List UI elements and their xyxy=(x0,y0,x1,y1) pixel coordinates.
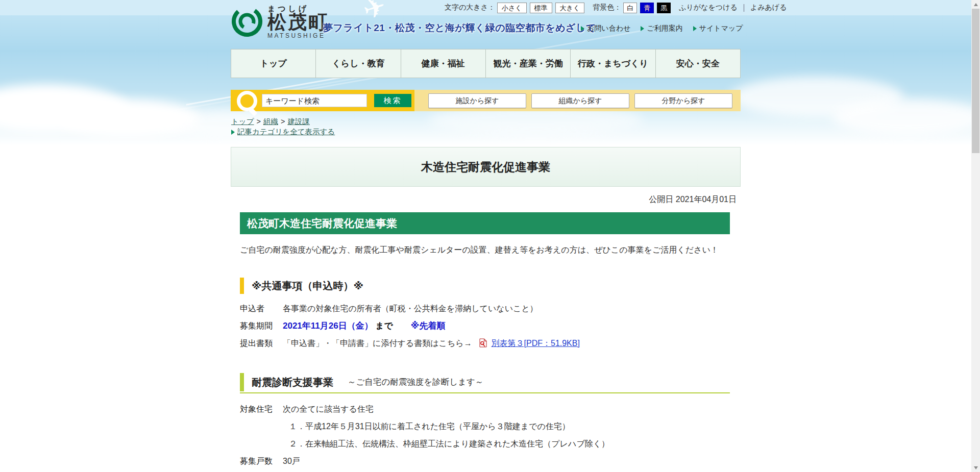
row-applicant: 申込者 各事業の対象住宅の所有者（町税・公共料金を滞納していないこと） xyxy=(240,304,730,313)
search-band-left: 検索 xyxy=(231,90,414,111)
section-heading-diagnosis-label: 耐震診断支援事業 xyxy=(252,376,333,389)
readaloud-link[interactable]: よみあげる xyxy=(750,3,787,12)
bg-white-button[interactable]: 白 xyxy=(623,3,637,13)
row-value: 2021年11月26日（金） まで ※先着順 xyxy=(283,321,730,331)
font-size-normal-button[interactable]: 標準 xyxy=(530,3,552,13)
town-tagline: 夢フライト21・松茂・空と海が輝く緑の臨空都市をめざして xyxy=(323,21,596,35)
row-label xyxy=(240,421,283,431)
scroll-up-button[interactable] xyxy=(971,0,980,9)
nav-item-top[interactable]: トップ xyxy=(231,49,315,78)
row-documents: 提出書類 「申込書」・「申請書」に添付する書類はこちら→ 別表第３[PDF：51… xyxy=(240,338,730,350)
triangle-down-icon xyxy=(974,466,978,469)
row-value: １．平成12年５月31日以前に着工された住宅（平屋から３階建までの住宅） xyxy=(283,421,730,431)
first-come-note: ※先着順 xyxy=(411,321,446,331)
scroll-down-button[interactable] xyxy=(971,463,980,472)
sitemap-link[interactable]: サイトマップ xyxy=(693,24,743,33)
global-nav: トップ くらし・教育 健康・福祉 観光・産業・労働 行政・まちづくり 安心・安全 xyxy=(231,49,741,78)
scrollbar-thumb[interactable] xyxy=(972,9,979,153)
guide-link-label: ご利用案内 xyxy=(647,24,682,33)
article: 木造住宅耐震化促進事業 公開日 2021年04月01日 松茂町木造住宅耐震化促進… xyxy=(231,147,741,472)
breadcrumb-link-top[interactable]: トップ xyxy=(231,117,254,126)
keyword-search-input[interactable] xyxy=(262,94,367,107)
logo-name: 松茂町 xyxy=(267,13,329,32)
section-heading-common-label: ※共通事項（申込時）※ xyxy=(252,279,363,293)
guide-link[interactable]: ご利用案内 xyxy=(641,24,682,33)
nav-item-anshin[interactable]: 安心・安全 xyxy=(655,49,740,78)
row-label: 対象住宅 xyxy=(240,404,283,414)
search-icon xyxy=(237,91,257,111)
breadcrumb-link-kensetsuka[interactable]: 建設課 xyxy=(287,117,310,126)
row-label: 募集戸数 xyxy=(240,456,283,466)
pdf-attachment-link[interactable]: 別表第３[PDF：51.9KB] xyxy=(492,339,580,347)
category-toggle-link[interactable]: 記事カテゴリを全て表示する xyxy=(237,127,335,137)
page-title: 木造住宅耐震化促進事業 xyxy=(421,159,550,175)
nav-item-kurashi[interactable]: くらし・教育 xyxy=(315,49,400,78)
intro-text: ご自宅の耐震強度が心配な方、耐震化工事や耐震シェルターの設置、建替え等をお考えの… xyxy=(240,245,730,255)
breadcrumb-link-soshiki[interactable]: 組織 xyxy=(263,117,278,126)
logo-romaji: MATSUSHIGE xyxy=(267,32,329,39)
row-units: 募集戸数 30戸 xyxy=(240,456,730,466)
heading-bar-icon xyxy=(240,373,244,391)
row-value: ２．在来軸組工法、伝統構法、枠組壁工法により建築された木造住宅（プレハブ除く） xyxy=(283,439,730,449)
row-label: 申込者 xyxy=(240,304,283,313)
search-band: 検索 施設から探す 組織から探す 分野から探す xyxy=(231,90,741,111)
section-heading-common: ※共通事項（申込時）※ xyxy=(240,278,730,294)
arrow-right-icon xyxy=(581,26,584,31)
row-value: 30戸 xyxy=(283,456,730,466)
documents-text: 「申込書」・「申請書」に添付する書類はこちら→ xyxy=(283,339,472,347)
font-size-large-button[interactable]: 大きく xyxy=(555,3,585,13)
row-target-house: 対象住宅 次の全てに該当する住宅 xyxy=(240,404,730,414)
article-banner: 松茂町木造住宅耐震化促進事業 xyxy=(240,212,730,234)
furigana-link[interactable]: ふりがなをつける xyxy=(679,3,738,12)
row-value: 次の全てに該当する住宅 xyxy=(283,404,730,414)
row-condition-2: ２．在来軸組工法、伝統構法、枠組壁工法により建築された木造住宅（プレハブ除く） xyxy=(240,439,730,449)
font-size-label: 文字の大きさ： xyxy=(445,3,495,12)
logo-text: まつしげ 松茂町 MATSUSHIGE xyxy=(267,4,329,39)
triangle-up-icon xyxy=(974,3,978,6)
row-label: 提出書類 xyxy=(240,338,283,350)
deadline-date: 2021年11月26日（金） xyxy=(283,321,373,331)
published-value: 2021年04月01日 xyxy=(676,195,737,204)
town-logo[interactable]: まつしげ 松茂町 MATSUSHIGE xyxy=(231,4,329,39)
published-label: 公開日 xyxy=(649,195,673,204)
row-period: 募集期間 2021年11月26日（金） まで ※先着順 xyxy=(240,321,730,331)
row-value: 「申込書」・「申請書」に添付する書類はこちら→ 別表第３[PDF：51.9KB] xyxy=(283,338,730,350)
breadcrumb-separator: > xyxy=(257,117,261,126)
accessibility-bar: 文字の大きさ： 小さく 標準 大きく 背景色： 白 青 黒 ふりがなをつける よ… xyxy=(445,0,787,15)
header-quick-links: お問い合わせ ご利用案内 サイトマップ xyxy=(581,24,753,33)
category-toggle: 記事カテゴリを全て表示する xyxy=(231,127,335,137)
row-label xyxy=(240,439,283,449)
contact-link-label: お問い合わせ xyxy=(587,24,630,33)
pdf-icon xyxy=(479,338,487,350)
font-size-small-button[interactable]: 小さく xyxy=(497,3,527,13)
section-diagnosis-rows: 対象住宅 次の全てに該当する住宅 １．平成12年５月31日以前に着工された住宅（… xyxy=(240,404,730,472)
page-title-box: 木造住宅耐震化促進事業 xyxy=(231,147,741,187)
deadline-suffix: まで xyxy=(375,321,393,331)
cloud xyxy=(832,100,980,135)
town-emblem-icon xyxy=(231,4,263,38)
row-value: 各事業の対象住宅の所有者（町税・公共料金を滞納していないこと） xyxy=(283,304,730,313)
section-common-rows: 申込者 各事業の対象住宅の所有者（町税・公共料金を滞納していないこと） 募集期間… xyxy=(240,304,730,350)
row-label: 募集期間 xyxy=(240,321,283,331)
bg-blue-button[interactable]: 青 xyxy=(640,3,654,13)
published-date: 公開日 2021年04月01日 xyxy=(231,194,737,204)
nav-item-gyosei[interactable]: 行政・まちづくり xyxy=(570,49,655,78)
arrow-right-icon xyxy=(641,26,644,31)
bg-black-button[interactable]: 黒 xyxy=(657,3,671,13)
nav-item-kanko[interactable]: 観光・産業・労働 xyxy=(485,49,570,78)
heading-bar-icon xyxy=(240,278,244,294)
finder-organization-button[interactable]: 組織から探す xyxy=(531,93,629,108)
finder-facility-button[interactable]: 施設から探す xyxy=(428,93,526,108)
finder-category-button[interactable]: 分野から探す xyxy=(634,93,732,108)
search-button[interactable]: 検索 xyxy=(374,94,411,107)
nav-item-kenko[interactable]: 健康・福祉 xyxy=(401,49,485,78)
contact-link[interactable]: お問い合わせ xyxy=(581,24,630,33)
section-heading-diagnosis-sub: ～ご自宅の耐震強度を診断します～ xyxy=(348,377,483,388)
divider xyxy=(744,4,744,12)
row-condition-1: １．平成12年５月31日以前に着工された住宅（平屋から３階建までの住宅） xyxy=(240,421,730,431)
vertical-scrollbar[interactable] xyxy=(971,0,980,472)
bg-color-label: 背景色： xyxy=(593,3,621,12)
sitemap-link-label: サイトマップ xyxy=(699,24,743,33)
section-heading-diagnosis: 耐震診断支援事業 ～ご自宅の耐震強度を診断します～ xyxy=(240,373,730,393)
breadcrumb-separator: > xyxy=(281,117,285,126)
